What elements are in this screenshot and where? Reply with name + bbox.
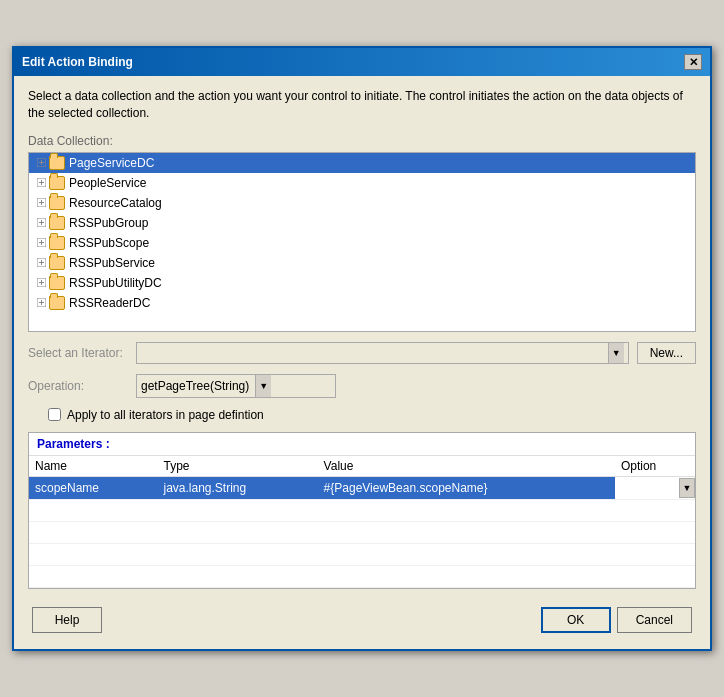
operation-label: Operation: [28,379,128,393]
close-button[interactable]: ✕ [684,54,702,70]
title-bar: Edit Action Binding ✕ [14,48,710,76]
empty-cell [29,521,158,543]
tree-item-label: RSSPubService [69,256,155,270]
empty-cell [318,543,615,565]
tree-item-rsspubgroup[interactable]: RSSPubGroup [29,213,695,233]
folder-icon [49,196,65,210]
expand-icon [33,255,49,271]
empty-cell [318,499,615,521]
empty-cell [318,565,615,587]
description-text: Select a data collection and the action … [28,88,696,122]
data-collection-tree[interactable]: PageServiceDCPeopleServiceResourceCatalo… [28,152,696,332]
empty-cell [615,565,695,587]
iterator-row: Select an Iterator: ▼ New... [28,342,696,364]
iterator-combo[interactable]: ▼ [136,342,629,364]
folder-icon [49,216,65,230]
parameters-section: Parameters : NameTypeValueOption scopeNa… [28,432,696,589]
dialog-title: Edit Action Binding [22,55,133,69]
tree-item-label: ResourceCatalog [69,196,162,210]
col-option: Option [615,456,695,477]
empty-cell [29,543,158,565]
empty-cell [29,499,158,521]
expand-icon [33,295,49,311]
expand-icon [33,275,49,291]
tree-item-rsspubutilitydc[interactable]: RSSPubUtilityDC [29,273,695,293]
tree-item-label: RSSPubScope [69,236,149,250]
right-buttons: OK Cancel [541,607,692,633]
folder-icon [49,236,65,250]
iterator-arrow[interactable]: ▼ [608,343,624,363]
folder-icon [49,296,65,310]
parameters-table: NameTypeValueOption scopeNamejava.lang.S… [29,456,695,588]
col-name: Name [29,456,158,477]
param-value: #{PageViewBean.scopeName} [318,476,615,499]
table-row [29,499,695,521]
checkbox-label: Apply to all iterators in page defintion [67,408,264,422]
operation-row: Operation: getPageTree(String) ▼ [28,374,696,398]
expand-icon [33,175,49,191]
expand-icon [33,195,49,211]
empty-cell [158,543,318,565]
table-row [29,565,695,587]
folder-icon [49,176,65,190]
expand-icon [33,235,49,251]
param-header-row: NameTypeValueOption [29,456,695,477]
button-row: Help OK Cancel [28,599,696,637]
option-dropdown-arrow[interactable]: ▼ [679,478,695,498]
parameters-header: Parameters : [29,433,695,456]
folder-icon [49,276,65,290]
tree-item-label: PageServiceDC [69,156,154,170]
ok-button[interactable]: OK [541,607,611,633]
tree-item-rsspubservice[interactable]: RSSPubService [29,253,695,273]
col-type: Type [158,456,318,477]
empty-cell [29,565,158,587]
operation-combo[interactable]: getPageTree(String) ▼ [136,374,336,398]
tree-item-label: PeopleService [69,176,146,190]
table-row [29,521,695,543]
table-row [29,543,695,565]
operation-arrow[interactable]: ▼ [255,375,271,397]
tree-item-resourcecatalog[interactable]: ResourceCatalog [29,193,695,213]
param-type: java.lang.String [158,476,318,499]
table-row[interactable]: scopeNamejava.lang.String#{PageViewBean.… [29,476,695,499]
checkbox-row: Apply to all iterators in page defintion [48,408,696,422]
empty-cell [158,565,318,587]
edit-action-binding-dialog: Edit Action Binding ✕ Select a data coll… [12,46,712,651]
tree-item-peopleservice[interactable]: PeopleService [29,173,695,193]
col-value: Value [318,456,615,477]
dialog-body: Select a data collection and the action … [14,76,710,649]
folder-icon [49,256,65,270]
tree-item-rssreaderdc[interactable]: RSSReaderDC [29,293,695,313]
cancel-button[interactable]: Cancel [617,607,692,633]
expand-icon [33,155,49,171]
empty-cell [318,521,615,543]
tree-item-label: RSSPubGroup [69,216,148,230]
tree-item-pageservicedc[interactable]: PageServiceDC [29,153,695,173]
empty-cell [158,499,318,521]
tree-item-label: RSSReaderDC [69,296,150,310]
empty-cell [615,499,695,521]
tree-item-label: RSSPubUtilityDC [69,276,162,290]
empty-cell [158,521,318,543]
data-collection-label: Data Collection: [28,134,696,148]
iterator-label: Select an Iterator: [28,346,128,360]
new-button[interactable]: New... [637,342,696,364]
param-name: scopeName [29,476,158,499]
help-button[interactable]: Help [32,607,102,633]
expand-icon [33,215,49,231]
empty-cell [615,521,695,543]
folder-icon [49,156,65,170]
apply-all-checkbox[interactable] [48,408,61,421]
param-option[interactable]: ▼ [615,476,695,499]
operation-value: getPageTree(String) [141,379,249,393]
tree-item-rsspubscope[interactable]: RSSPubScope [29,233,695,253]
empty-cell [615,543,695,565]
